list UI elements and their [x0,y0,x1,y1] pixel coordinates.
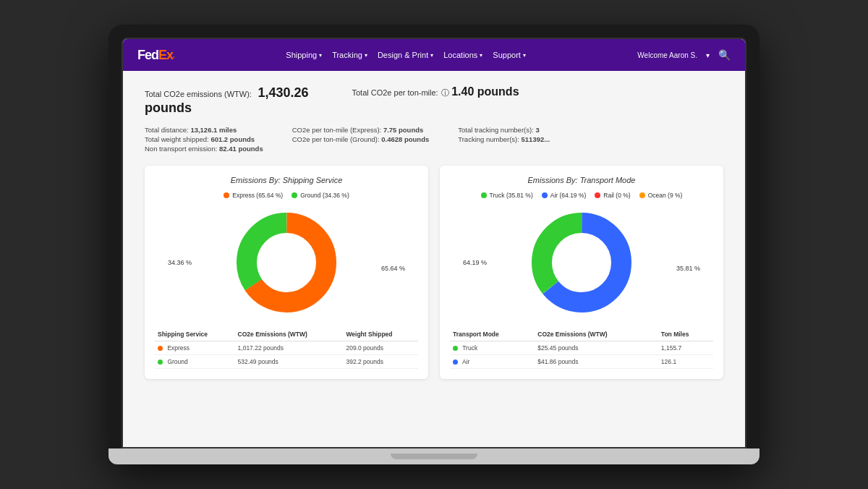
chart1-donut-hole [259,235,314,290]
laptop-notch [391,454,477,459]
chart1-row1-emissions: 1,017.22 pounds [235,341,344,355]
chart-transport-mode: Emissions By: Transport Mode Truck (35.8… [440,166,723,379]
chart2-row2-tonmiles: 126.1 [658,355,713,369]
table-row: Air $41.86 pounds 126.1 [450,355,713,369]
chart1-header-weight: Weight Shipped [343,328,418,341]
logo-fed: Fed [137,48,158,63]
nav-shipping[interactable]: Shipping ▾ [286,51,322,59]
table-row: Ground 532.49 pounds 392.2 pounds [155,355,418,369]
co2e-total-label: Total CO2e emissions (WTW): 1,430.26 [145,85,308,101]
chart1-header-service: Shipping Service [155,328,235,341]
weight-item: Total weight shipped: 601.2 pounds [145,135,263,143]
chart1-legend: Express (65.64 %) Ground (34.36 %) [155,192,418,199]
per-ton-label: Total CO2e per ton-mile: [352,88,438,97]
logo-dot: . [173,51,174,59]
legend-air: Air (64.19 %) [542,192,587,199]
laptop-base [109,448,760,464]
co2e-total-stat: Total CO2e emissions (WTW): 1,430.26 pou… [145,85,308,116]
charts-section: Emissions By: Shipping Service Express (… [145,166,723,379]
laptop-screen: Fed Ex . Shipping ▾ Tracking ▾ Design & … [122,38,746,448]
chart2-row1-name: Truck [450,341,535,355]
nav-links: Shipping ▾ Tracking ▾ Design & Print ▾ L… [189,51,624,59]
chart1-title: Emissions By: Shipping Service [155,176,418,184]
chart2-label-left: 64.19 % [463,259,487,266]
legend-express: Express (65.64 %) [224,192,283,199]
detail-col-3: Total tracking number(s): 3 Tracking num… [458,126,550,153]
nav-user: Welcome Aaron S. [637,51,697,59]
air-row-dot [453,360,458,365]
logo-ex: Ex [158,48,173,63]
legend-ground: Ground (34.36 %) [292,192,349,199]
express-row-dot [158,346,163,351]
chart1-row2-emissions: 532.49 pounds [235,355,344,369]
chart2-legend: Truck (35.81 %) Air (64.19 %) Rail (0 %) [450,192,713,199]
chart-shipping-service: Emissions By: Shipping Service Express (… [145,166,428,379]
detail-col-1: Total distance: 13,126.1 miles Total wei… [145,126,263,153]
ground-row-dot [158,360,163,365]
legend-ocean: Ocean (9 %) [639,192,683,199]
chevron-down-icon: ▾ [523,52,526,59]
non-transport-item: Non transport emission: 82.41 pounds [145,145,263,153]
search-icon[interactable]: 🔍 [718,49,731,61]
nav-design[interactable]: Design & Print ▾ [378,51,433,59]
chart1-table: Shipping Service CO2e Emissions (WTW) We… [155,328,418,369]
legend-rail: Rail (0 %) [595,192,630,199]
ground-ton-item: CO2e per ton-mile (Ground): 0.4628 pound… [292,135,430,143]
chart2-title: Emissions By: Transport Mode [450,176,713,184]
chart2-label-right: 35.81 % [676,265,700,272]
chart1-donut-container: 34.36 % 65.64 % [155,205,418,320]
user-chevron-icon: ▾ [706,51,710,59]
nav-locations[interactable]: Locations ▾ [443,51,482,59]
laptop-frame: Fed Ex . Shipping ▾ Tracking ▾ Design & … [109,25,760,464]
table-row: Express 1,017.22 pounds 209.0 pounds [155,341,418,355]
ground-dot [292,192,297,198]
fedex-logo: Fed Ex . [137,48,174,63]
chart2-table: Transport Mode CO2e Emissions (WTW) Ton … [450,328,713,369]
nav-support[interactable]: Support ▾ [493,51,526,59]
chevron-down-icon: ▾ [365,52,367,59]
ocean-dot [639,192,645,198]
chart1-row2-name: Ground [155,355,235,369]
chart2-donut-hole [554,235,609,290]
distance-item: Total distance: 13,126.1 miles [145,126,263,134]
chart2-row1-tonmiles: 1,155.7 [658,341,713,355]
chart2-header-emissions: CO2e Emissions (WTW) [535,328,658,341]
chevron-down-icon: ▾ [430,52,433,59]
table-row: Truck $25.45 pounds 1,155.7 [450,341,713,355]
info-icon: ⓘ [441,88,451,97]
chart2-donut-svg [524,205,639,320]
chart2-donut-container: 64.19 % 35.81 % [450,205,713,320]
chart1-row1-weight: 209.0 pounds [343,341,418,355]
chart1-label-left: 34.36 % [168,259,192,266]
legend-truck: Truck (35.81 %) [481,192,533,199]
main-content: Total CO2e emissions (WTW): 1,430.26 pou… [123,71,745,447]
co2e-per-ton-stat: Total CO2e per ton-mile: ⓘ 1.40 pounds [352,85,519,116]
detail-stats: Total distance: 13,126.1 miles Total wei… [145,126,723,153]
chart2-row2-emissions: $41.86 pounds [535,355,658,369]
nav-tracking[interactable]: Tracking ▾ [332,51,367,59]
tracking-numbers-item: Tracking number(s): 511392... [458,135,550,143]
chart1-donut-svg [229,205,344,320]
express-ton-item: CO2e per ton-mile (Express): 7.75 pounds [292,126,430,134]
chart2-header-mode: Transport Mode [450,328,535,341]
truck-row-dot [453,346,458,351]
chart1-label-right: 65.64 % [381,265,405,272]
navbar: Fed Ex . Shipping ▾ Tracking ▾ Design & … [123,39,745,71]
chevron-down-icon: ▾ [319,52,322,59]
chart2-row2-name: Air [450,355,535,369]
chart1-row2-weight: 392.2 pounds [343,355,418,369]
truck-dot [481,192,487,198]
co2e-unit: pounds [145,101,308,116]
hero-stats: Total CO2e emissions (WTW): 1,430.26 pou… [145,85,723,116]
rail-dot [595,192,600,198]
chart2-row1-emissions: $25.45 pounds [535,341,658,355]
chart1-header-emissions: CO2e Emissions (WTW) [235,328,344,341]
chevron-down-icon: ▾ [480,52,482,59]
tracking-count-item: Total tracking number(s): 3 [458,126,550,134]
chart1-row1-name: Express [155,341,235,355]
express-dot [224,192,229,198]
per-ton-value: 1.40 pounds [451,85,519,98]
detail-col-2: CO2e per ton-mile (Express): 7.75 pounds… [292,126,430,153]
chart2-header-tonmiles: Ton Miles [658,328,713,341]
air-dot [542,192,548,198]
